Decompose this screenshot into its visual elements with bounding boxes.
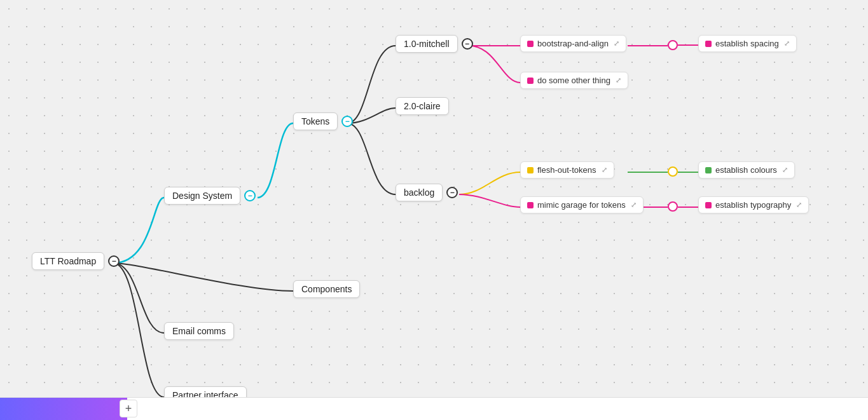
establish-typography-tag[interactable]: establish typography ⤢ [698,196,809,213]
components-node[interactable]: Components [293,280,360,298]
claire-node[interactable]: 2.0-claire [396,97,449,115]
establish-spacing-icon [705,41,712,47]
design-system-label: Design System [164,187,240,205]
root-label: LTT Roadmap [32,252,104,270]
bootstrap-align-label: bootstrap-and-align [537,39,609,48]
backlog-dot[interactable]: − [446,187,458,198]
add-button[interactable]: + [120,400,137,417]
tokens-node[interactable]: Tokens − [293,112,353,130]
toolbar-gradient [0,397,127,420]
bootstrap-align-tag[interactable]: bootstrap-and-align ⤢ [520,35,626,52]
establish-spacing-expand[interactable]: ⤢ [784,39,790,48]
email-comms-label: Email comms [164,322,234,340]
mimic-garage-expand[interactable]: ⤢ [631,201,637,209]
root-dot[interactable]: − [108,255,120,267]
establish-colours-expand[interactable]: ⤢ [782,166,788,174]
do-other-thing-label: do some other thing [537,76,610,85]
flesh-out-tokens-tag[interactable]: flesh-out-tokens ⤢ [520,161,614,179]
establish-typography-expand[interactable]: ⤢ [796,201,802,209]
backlog-node[interactable]: backlog − [396,184,458,201]
mimic-garage-label: mimic garage for tokens [537,200,626,210]
components-label: Components [293,280,360,298]
design-system-dot[interactable]: − [244,190,256,201]
mitchell-node[interactable]: 1.0-mitchell − [396,35,473,53]
bootstrap-align-expand[interactable]: ⤢ [614,39,619,48]
tokens-label: Tokens [293,112,338,130]
toolbar: + [0,397,868,420]
tokens-dot[interactable]: − [341,116,353,127]
email-comms-node[interactable]: Email comms [164,322,234,340]
flesh-out-tokens-label: flesh-out-tokens [537,165,596,175]
mimic-garage-icon [527,202,534,208]
establish-typography-icon [705,202,712,208]
establish-spacing-label: establish spacing [715,39,779,48]
flesh-out-tokens-dot[interactable] [668,166,678,177]
establish-colours-label: establish colours [715,165,777,175]
flesh-out-tokens-icon [527,167,534,173]
mimic-garage-tag[interactable]: mimic garage for tokens ⤢ [520,196,644,213]
backlog-label: backlog [396,184,443,201]
mitchell-label: 1.0-mitchell [396,35,458,53]
flesh-out-tokens-expand[interactable]: ⤢ [602,166,607,174]
do-other-thing-icon [527,78,534,84]
do-other-thing-expand[interactable]: ⤢ [616,76,621,85]
mimic-garage-dot[interactable] [668,201,678,212]
bootstrap-align-dot[interactable] [668,40,678,50]
claire-label: 2.0-claire [396,97,449,115]
establish-colours-icon [705,167,712,173]
establish-spacing-tag[interactable]: establish spacing ⤢ [698,35,797,52]
design-system-node[interactable]: Design System − [164,187,256,205]
establish-colours-tag[interactable]: establish colours ⤢ [698,161,795,179]
do-other-thing-tag[interactable]: do some other thing ⤢ [520,72,628,89]
mitchell-dot[interactable]: − [462,38,473,50]
root-node[interactable]: LTT Roadmap − [32,252,120,270]
bootstrap-align-icon [527,41,534,47]
establish-typography-label: establish typography [715,200,791,210]
canvas: LTT Roadmap − Design System − Email comm… [0,0,868,420]
